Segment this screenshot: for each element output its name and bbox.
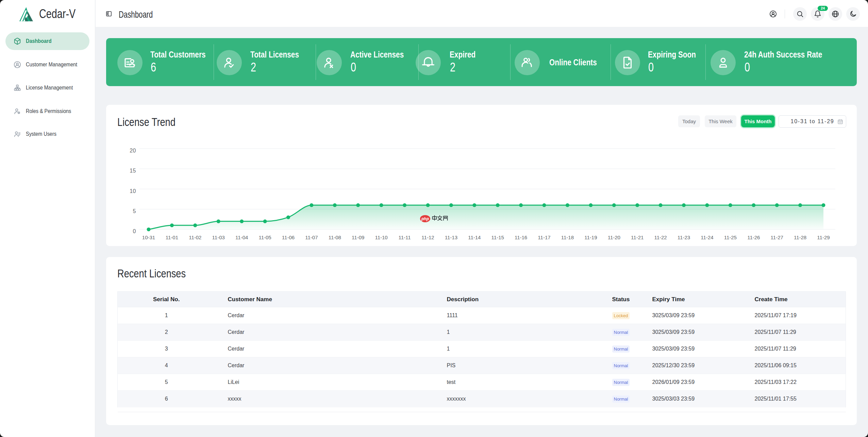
svg-text:11-10: 11-10 (375, 234, 387, 240)
svg-text:11-06: 11-06 (282, 234, 295, 240)
svg-text:php: php (421, 216, 429, 221)
svg-text:11-26: 11-26 (747, 234, 760, 240)
svg-text:10-31: 10-31 (142, 234, 155, 240)
svg-text:10: 10 (130, 188, 136, 194)
svg-text:11-14: 11-14 (468, 234, 481, 240)
svg-text:11-22: 11-22 (654, 234, 667, 240)
svg-text:11-17: 11-17 (538, 234, 550, 240)
svg-text:11-18: 11-18 (561, 234, 574, 240)
svg-text:11-09: 11-09 (352, 234, 364, 240)
svg-text:11-21: 11-21 (631, 234, 644, 240)
svg-text:11-27: 11-27 (771, 234, 783, 240)
svg-text:15: 15 (130, 168, 136, 174)
svg-text:11-19: 11-19 (584, 234, 597, 240)
svg-text:11-04: 11-04 (235, 234, 248, 240)
svg-text:11-13: 11-13 (445, 234, 457, 240)
svg-text:11-11: 11-11 (399, 234, 411, 240)
svg-text:11-01: 11-01 (166, 234, 178, 240)
svg-text:11-25: 11-25 (724, 234, 737, 240)
svg-text:11-15: 11-15 (491, 234, 504, 240)
svg-text:11-16: 11-16 (515, 234, 527, 240)
svg-text:11-28: 11-28 (794, 234, 806, 240)
svg-text:11-12: 11-12 (421, 234, 434, 240)
svg-text:20: 20 (130, 148, 136, 153)
svg-text:0: 0 (133, 228, 136, 234)
svg-text:11-07: 11-07 (305, 234, 318, 240)
svg-text:11-29: 11-29 (817, 234, 830, 240)
svg-text:11-08: 11-08 (329, 234, 341, 240)
svg-text:11-03: 11-03 (212, 234, 225, 240)
svg-text:11-23: 11-23 (678, 234, 690, 240)
svg-text:11-24: 11-24 (701, 234, 713, 240)
svg-text:11-20: 11-20 (608, 234, 620, 240)
svg-text:11-05: 11-05 (258, 234, 271, 240)
svg-text:5: 5 (133, 208, 136, 214)
svg-text:11-02: 11-02 (189, 234, 201, 240)
